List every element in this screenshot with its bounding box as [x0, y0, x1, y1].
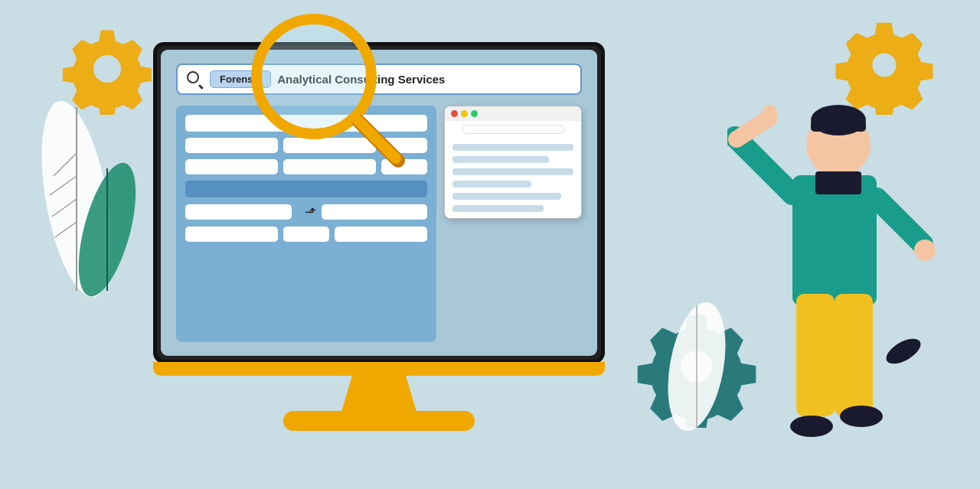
svg-line-24: [737, 118, 769, 139]
svg-rect-21: [811, 120, 866, 132]
window-dot-green: [471, 110, 478, 117]
svg-rect-22: [815, 171, 861, 194]
monitor-stand-neck: [341, 376, 417, 414]
floating-browser-window: [444, 106, 582, 219]
person-illustration: [727, 60, 942, 466]
svg-point-27: [914, 240, 936, 261]
svg-line-23: [735, 137, 792, 194]
leaf-left-decoration: [31, 77, 153, 321]
svg-point-33: [882, 334, 924, 369]
magnifying-glass: [237, 0, 413, 176]
window-dot-red: [451, 110, 458, 117]
monitor-content-right: [444, 106, 582, 342]
svg-line-17: [356, 119, 396, 158]
svg-line-26: [877, 198, 923, 244]
monitor-stand-base: [283, 411, 475, 431]
svg-point-32: [840, 406, 883, 427]
monitor-bottom-bar: [153, 362, 605, 376]
svg-rect-18: [792, 175, 877, 305]
monitor-search-icon: [187, 71, 204, 88]
svg-point-31: [790, 416, 833, 437]
main-scene: Forensic Analytical Consulting Services: [0, 0, 980, 489]
svg-point-25: [762, 105, 777, 120]
window-dot-yellow: [461, 110, 468, 117]
